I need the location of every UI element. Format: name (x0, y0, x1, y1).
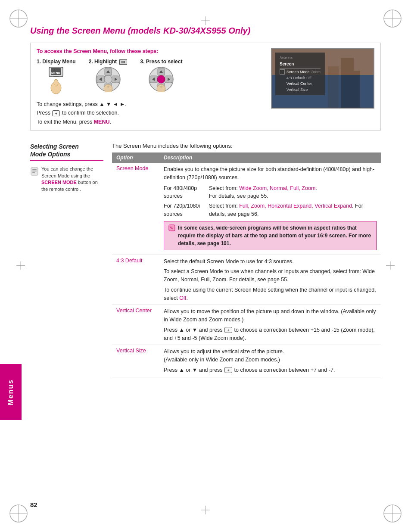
tip-text: You can also change the Screen Mode usin… (41, 166, 103, 193)
col-option-header: Option (112, 152, 159, 163)
43default-sub1: To select a Screen Mode to use when chan… (164, 268, 377, 284)
enter-button-icon (148, 66, 174, 92)
vsize-sub: Press ▲ or ▼ and press + to choose a cor… (164, 366, 377, 374)
menus-tab-label: Menus (7, 379, 15, 405)
steps-row: 1. Display Menu MENU (37, 59, 262, 96)
table-row-43default: 4:3 Default Select the default Screen Mo… (112, 255, 381, 305)
screen-overlay-title: Screen (280, 61, 321, 67)
svg-point-42 (157, 75, 165, 83)
options-table: Option Description Screen Mode Enables y… (112, 152, 381, 377)
svg-rect-52 (352, 71, 360, 109)
bottom-cross (201, 506, 210, 516)
screen-mode-link: SCREEN MODE (41, 180, 77, 185)
menu-item-vsize: Vertical Size (286, 87, 321, 93)
menus-sidebar-tab: Menus (0, 364, 22, 420)
col-desc-header: Description (159, 152, 381, 163)
page-number: 82 (30, 501, 37, 508)
tip-icon (30, 167, 39, 175)
corner-decoration-tr (382, 8, 403, 29)
svg-point-24 (54, 79, 58, 86)
menu-item-43default: 4:3 Default Off (286, 75, 321, 81)
settings-line1: To change settings, press ▲ ▼ ◄ ►. (37, 100, 262, 109)
desc-cell-vsize: Allows you to adjust the vertical size o… (159, 345, 381, 377)
svg-text:MENU: MENU (51, 72, 60, 75)
desc-cell-43default: Select the default Screen Mode to use fo… (159, 255, 381, 305)
highlight-note: ✎ In some cases, wide-screen programs wi… (164, 221, 377, 250)
vcenter-sub: Press ▲ or ▼ and press + to choose a cor… (164, 326, 377, 342)
exit-text: To exit the Menu, press MENU. (37, 119, 262, 125)
sub-row-480: For 480i/480psources Select from: Wide Z… (164, 184, 377, 218)
steps-left: To access the Screen Menu, follow these … (37, 48, 262, 125)
option-name-vcenter: Vertical Center (112, 305, 159, 345)
43default-sub2: To continue using the current Screen Mod… (164, 286, 377, 302)
svg-point-31 (104, 75, 112, 83)
table-row-vsize: Vertical Size Allows you to adjust the v… (112, 345, 381, 377)
menu-item-screenmode: Screen Mode Zoom (286, 69, 321, 75)
dpad-icon (95, 66, 121, 92)
step2-label: 2. Highlight (89, 59, 128, 65)
corner-decoration-br (382, 503, 403, 524)
enter-icon-vcenter: + (224, 327, 232, 333)
step3-item: 3. Press to select (140, 59, 182, 92)
screen-preview: Antenna Screen Screen Mode Zoom 4:3 Defa… (271, 48, 374, 109)
svg-point-36 (104, 84, 112, 92)
instruction-box: To access the Screen Menu, follow these … (30, 43, 381, 131)
corner-decoration-tl (8, 8, 29, 29)
corner-decoration-bl (8, 503, 29, 524)
step1-label: 1. Display Menu (37, 59, 76, 65)
screen-menu-overlay: Antenna Screen Screen Mode Zoom 4:3 Defa… (275, 53, 325, 95)
desc-cell-vcenter: Allows you to move the position of the p… (159, 305, 381, 345)
tip-box: You can also change the Screen Mode usin… (30, 166, 103, 193)
sub-480-label: For 480i/480psources (164, 184, 209, 201)
page-title: Using the Screen Menu (models KD-30/34XS… (30, 26, 381, 36)
step3-label: 3. Press to select (140, 59, 182, 65)
highlight-text: In some cases, wide-screen programs will… (178, 224, 372, 247)
menu-item-vcenter: Vertical Center (286, 81, 321, 87)
right-cross (386, 261, 395, 271)
top-cross (201, 16, 210, 26)
settings-line2: Press + to confirm the selection. (37, 109, 262, 117)
option-name-screenmode: Screen Mode (112, 163, 159, 255)
note-pencil-icon: ✎ (168, 224, 175, 233)
sub-480-desc: Select from: Wide Zoom, Normal, Full, Zo… (209, 184, 377, 201)
svg-rect-56 (32, 171, 37, 171)
option-name-vsize: Vertical Size (112, 345, 159, 377)
svg-point-47 (157, 84, 165, 92)
svg-rect-55 (32, 169, 37, 170)
menu-word: MENU (94, 119, 110, 125)
steps-header: To access the Screen Menu, follow these … (37, 48, 262, 54)
step2-item: 2. Highlight (89, 59, 128, 92)
section-intro: The Screen Menu includes the following o… (112, 143, 381, 149)
svg-text:✎: ✎ (170, 226, 173, 230)
option-name-43default: 4:3 Default (112, 255, 159, 305)
left-cross (16, 261, 25, 271)
enter-icon-inline: + (52, 110, 60, 116)
table-row-vcenter: Vertical Center Allows you to move the p… (112, 305, 381, 345)
left-column: Selecting ScreenMode Options You can als… (30, 143, 103, 377)
menu-button-icon: MENU (45, 66, 67, 96)
two-col-layout: Selecting ScreenMode Options You can als… (30, 143, 381, 377)
section-title: Selecting ScreenMode Options (30, 143, 103, 161)
right-column: The Screen Menu includes the following o… (112, 143, 381, 377)
desc-cell-screenmode: Enables you to change the picture size f… (159, 163, 381, 255)
sub-720-desc: Select from: Full, Zoom, Horizontal Expa… (209, 202, 377, 218)
enter-icon-vsize: + (224, 367, 232, 373)
sub-720-label: For 720p/1080isources (164, 202, 209, 218)
svg-rect-57 (32, 172, 35, 173)
settings-text: To change settings, press ▲ ▼ ◄ ►. Press… (37, 100, 262, 117)
step1-item: 1. Display Menu MENU (37, 59, 76, 96)
table-row-screenmode: Screen Mode Enables you to change the pi… (112, 163, 381, 255)
screen-preview-inner: Antenna Screen Screen Mode Zoom 4:3 Defa… (272, 49, 374, 108)
